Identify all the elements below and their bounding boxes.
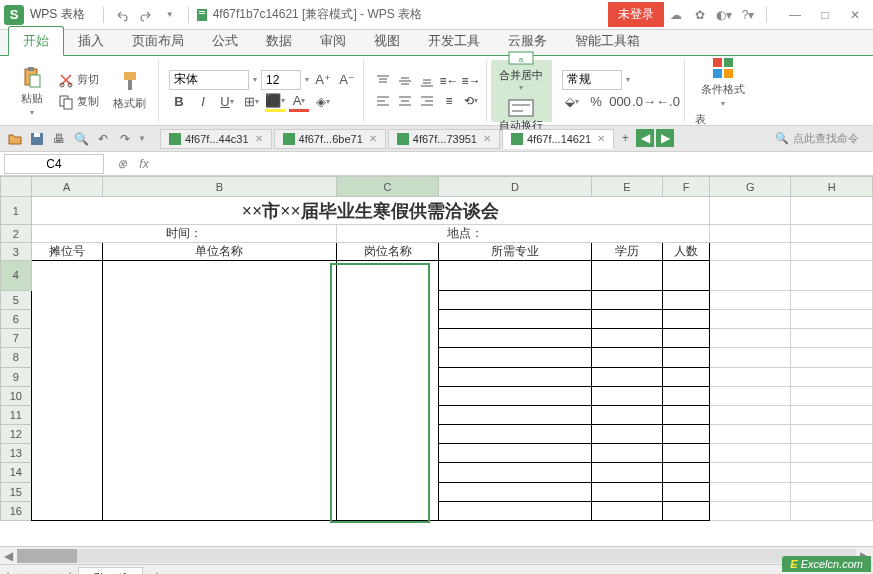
cell[interactable] xyxy=(709,405,790,424)
print-icon[interactable]: 🖶 xyxy=(50,130,68,148)
percent-button[interactable]: % xyxy=(586,92,606,112)
row-header-14[interactable]: 14 xyxy=(1,463,32,482)
decrease-decimal-button[interactable]: ←.0 xyxy=(658,92,678,112)
cell[interactable] xyxy=(591,348,662,367)
col-header-d[interactable]: D xyxy=(439,177,592,197)
format-painter-button[interactable]: 格式刷 xyxy=(107,68,152,113)
justify-button[interactable]: ≡ xyxy=(440,92,458,110)
cell[interactable] xyxy=(791,501,873,520)
currency-button[interactable]: ⬙▾ xyxy=(562,92,582,112)
tab-formula[interactable]: 公式 xyxy=(198,27,252,55)
cell-header-count[interactable]: 人数 xyxy=(663,243,710,261)
tab-review[interactable]: 审阅 xyxy=(306,27,360,55)
tab-smart[interactable]: 智能工具箱 xyxy=(561,27,654,55)
cell[interactable] xyxy=(709,425,790,444)
align-right-button[interactable] xyxy=(418,92,436,110)
underline-button[interactable]: U▾ xyxy=(217,92,237,112)
row-header-4[interactable]: 4 xyxy=(1,261,32,291)
cell[interactable] xyxy=(791,444,873,463)
undo-icon[interactable]: ↶ xyxy=(94,130,112,148)
cell[interactable] xyxy=(791,290,873,309)
cell[interactable] xyxy=(709,444,790,463)
cell[interactable] xyxy=(709,367,790,386)
doc-tab-1[interactable]: 4f67f...44c31✕ xyxy=(160,129,272,149)
cell[interactable] xyxy=(591,463,662,482)
row-header-1[interactable]: 1 xyxy=(1,197,32,225)
tab-view[interactable]: 视图 xyxy=(360,27,414,55)
col-header-c[interactable]: C xyxy=(337,177,439,197)
row-header-2[interactable]: 2 xyxy=(1,225,32,243)
cell[interactable] xyxy=(591,386,662,405)
close-icon[interactable]: ✕ xyxy=(483,133,491,144)
redo-icon[interactable] xyxy=(137,6,155,24)
cell[interactable] xyxy=(663,290,710,309)
close-icon[interactable]: ✕ xyxy=(597,133,605,144)
increase-font-button[interactable]: A⁺ xyxy=(313,70,333,90)
cell-reference-input[interactable] xyxy=(4,154,104,174)
settings-icon[interactable]: ✿ xyxy=(691,6,709,24)
cell[interactable] xyxy=(439,482,592,501)
cell[interactable] xyxy=(709,463,790,482)
italic-button[interactable]: I xyxy=(193,92,213,112)
cell[interactable] xyxy=(709,261,790,291)
cell-header-major[interactable]: 所需专业 xyxy=(439,243,592,261)
doc-tab-2[interactable]: 4f67f...6be71✕ xyxy=(274,129,386,149)
cell-header-position[interactable]: 岗位名称 xyxy=(337,243,439,261)
col-header-g[interactable]: G xyxy=(709,177,790,197)
open-icon[interactable] xyxy=(6,130,24,148)
cell-header-degree[interactable]: 学历 xyxy=(591,243,662,261)
bold-button[interactable]: B xyxy=(169,92,189,112)
prev-sheet-icon[interactable]: ◀ xyxy=(22,569,38,575)
cell[interactable] xyxy=(591,444,662,463)
cell[interactable] xyxy=(663,261,710,291)
align-bottom-button[interactable] xyxy=(418,72,436,90)
cell[interactable] xyxy=(663,444,710,463)
cell[interactable] xyxy=(439,444,592,463)
merge-center-button[interactable]: a 合并居中▾ xyxy=(493,46,549,94)
tab-dev[interactable]: 开发工具 xyxy=(414,27,494,55)
cell[interactable] xyxy=(791,386,873,405)
tab-start[interactable]: 开始 xyxy=(8,26,64,56)
row-header-12[interactable]: 12 xyxy=(1,425,32,444)
row-header-11[interactable]: 11 xyxy=(1,405,32,424)
align-top-button[interactable] xyxy=(374,72,392,90)
cell[interactable] xyxy=(591,290,662,309)
fx-button[interactable]: fx xyxy=(134,155,154,173)
font-color-button[interactable]: A▾ xyxy=(289,92,309,112)
cell[interactable] xyxy=(791,425,873,444)
row-header-5[interactable]: 5 xyxy=(1,290,32,309)
font-size-select[interactable] xyxy=(261,70,301,90)
cell[interactable] xyxy=(439,310,592,329)
skin-icon[interactable]: ◐▾ xyxy=(715,6,733,24)
row-header-6[interactable]: 6 xyxy=(1,310,32,329)
row-header-16[interactable]: 16 xyxy=(1,501,32,520)
cell[interactable] xyxy=(709,348,790,367)
cell[interactable] xyxy=(591,329,662,348)
fill-color-button[interactable]: ⬛▾ xyxy=(265,92,285,112)
tab-nav-left-icon[interactable]: ◀ xyxy=(636,129,654,147)
align-center-button[interactable] xyxy=(396,92,414,110)
increase-decimal-button[interactable]: .0→ xyxy=(634,92,654,112)
cell[interactable] xyxy=(709,243,790,261)
cell[interactable] xyxy=(102,261,336,521)
cond-format-button[interactable]: 条件格式▾ xyxy=(695,54,751,110)
scroll-thumb[interactable] xyxy=(17,549,77,563)
cell[interactable] xyxy=(663,348,710,367)
row-header-10[interactable]: 10 xyxy=(1,386,32,405)
cell[interactable] xyxy=(439,425,592,444)
maximize-button[interactable]: □ xyxy=(811,3,839,27)
spreadsheet-grid[interactable]: A B C D E F G H 1 ××市××届毕业生寒假供需洽谈会 2 时间：… xyxy=(0,176,873,521)
cell-header-company[interactable]: 单位名称 xyxy=(102,243,336,261)
cell[interactable] xyxy=(337,261,439,521)
cell[interactable] xyxy=(439,463,592,482)
clear-format-button[interactable]: ◈▾ xyxy=(313,92,333,112)
cell[interactable] xyxy=(709,290,790,309)
cell[interactable] xyxy=(791,463,873,482)
save-icon[interactable] xyxy=(28,130,46,148)
font-name-select[interactable] xyxy=(169,70,249,90)
cell-title[interactable]: ××市××届毕业生寒假供需洽谈会 xyxy=(31,197,709,225)
cell[interactable] xyxy=(439,405,592,424)
cell[interactable] xyxy=(791,310,873,329)
cloud-icon[interactable]: ☁ xyxy=(667,6,685,24)
select-all-corner[interactable] xyxy=(1,177,32,197)
